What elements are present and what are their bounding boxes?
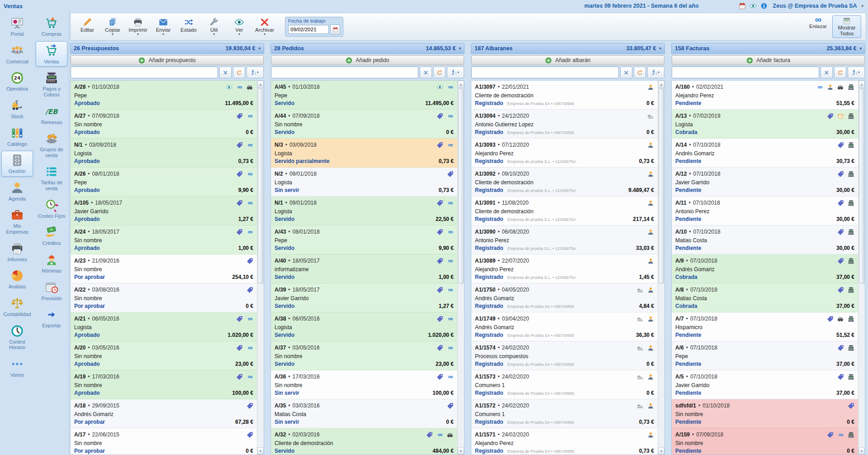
dropdown-caret[interactable]: ▾: [112, 33, 114, 36]
document-card[interactable]: A/26•08/01/2018∞PepeAprobado9,90 €: [71, 168, 257, 196]
nav-item-contabilidad[interactable]: Contabilidad: [1, 294, 33, 320]
document-card[interactable]: A1/3089•22/07/2020Alejandro PerezRegistr…: [471, 254, 658, 283]
document-card[interactable]: A/20•03/05/2016∞Sin nombreAprobado23,00 …: [71, 341, 257, 370]
document-card[interactable]: A1/1750•04/05/2020Andrés GomarizRegistra…: [471, 283, 658, 312]
info-icon[interactable]: [760, 2, 768, 10]
dropdown-caret[interactable]: ▾: [257, 71, 259, 74]
nav-item-stock[interactable]: Stock: [1, 96, 33, 122]
clear-search-button[interactable]: [420, 67, 432, 78]
refresh-button[interactable]: [233, 67, 245, 78]
document-card[interactable]: A/40•18/05/2017∞informatizameServido1,00…: [271, 254, 457, 283]
document-card[interactable]: A/6•07/10/2018PepePendiente37,00 €: [672, 341, 858, 370]
add-factura-button[interactable]: Añadir factura: [672, 55, 865, 65]
document-card[interactable]: A1/3097•22/01/2021Cliente de demostració…: [471, 81, 658, 110]
document-card[interactable]: A/18•29/09/2015Andrés GomarizPor aprobar…: [71, 399, 257, 428]
dropdown-caret[interactable]: ▾: [137, 33, 139, 36]
document-card[interactable]: A/27•07/09/2018∞Sin nombreAprobado0 €: [71, 110, 257, 139]
user-menu[interactable]: Zeus @ Empresa de Prueba SA: [773, 3, 857, 9]
document-card[interactable]: A/35•03/03/2016Matias CostaSin servir0 €: [271, 399, 457, 428]
dropdown-caret[interactable]: ▾: [162, 33, 164, 36]
dropdown-caret[interactable]: ▾: [238, 33, 240, 36]
clear-search-button[interactable]: [821, 67, 833, 78]
document-card[interactable]: A/9•07/10/2018Andrés GomarizCobrada37,00…: [672, 254, 858, 283]
document-card[interactable]: sdfsfd/1•01/10/2018Sin nombrePendiente0 …: [672, 399, 858, 428]
nav-item-remesas[interactable]: /EBRemesas: [36, 102, 67, 128]
document-card[interactable]: A/38•06/05/2016∞LogistaServido1.020,00 €: [271, 312, 457, 341]
document-card[interactable]: A/23•21/09/2016Sin nombrePor aprobar254,…: [71, 254, 257, 283]
scrollbar-thumb[interactable]: [659, 88, 664, 283]
document-card[interactable]: A/5•07/10/2018Javier GarridoPendiente37,…: [672, 370, 858, 399]
search-input[interactable]: [271, 67, 418, 78]
toolbar-enviar-button[interactable]: Enviar▾: [151, 16, 175, 37]
document-card[interactable]: A/28•01/10/2018∞PepeAprobado11.495,00 €: [71, 81, 257, 110]
scrollbar-thumb[interactable]: [859, 88, 864, 283]
document-card[interactable]: A/14•07/10/2018Andrés GomarizPendiente30…: [672, 139, 858, 168]
scroll-down-button[interactable]: ▼: [859, 447, 865, 455]
scroll-down-button[interactable]: ▼: [458, 447, 464, 455]
document-card[interactable]: A/21•06/05/2016∞LogistaAprobado1.020,00 …: [71, 312, 257, 341]
document-card[interactable]: A/17•22/06/2015Sin nombrePor aprobar0 €: [71, 428, 257, 455]
scroll-down-button[interactable]: ▼: [658, 447, 664, 455]
nav-item-informes[interactable]: Informes: [1, 239, 33, 265]
document-card[interactable]: A/45•01/10/2018∞PepeServido11.495,00 €: [271, 81, 457, 110]
toolbar-estado-button[interactable]: Estado: [176, 16, 201, 37]
document-card[interactable]: A/24•18/05/2017∞Sin nombreAprobado1,00 €: [71, 225, 257, 254]
link-button[interactable]: ∞ Enlazar: [809, 15, 827, 29]
nav-item-comercial[interactable]: Comercial: [1, 41, 33, 67]
scroll-up-button[interactable]: ▲: [257, 81, 264, 88]
refresh-button[interactable]: [834, 67, 846, 78]
search-input[interactable]: [672, 67, 819, 78]
scroll-down-button[interactable]: ▼: [257, 447, 264, 455]
nav-item-analisis[interactable]: Análisis: [1, 266, 33, 292]
document-card[interactable]: A/37•03/05/2016∞Sin nombreServido23,00 €: [271, 341, 457, 370]
scroll-up-button[interactable]: ▲: [458, 81, 464, 88]
document-card[interactable]: A/36•17/03/2016∞Sin nombreSin servir100,…: [271, 370, 457, 399]
show-all-button[interactable]: Mostrar Todos: [832, 15, 861, 38]
document-card[interactable]: A1/1573•24/02/2020Comunero 1RegistradoEm…: [471, 370, 658, 399]
document-card[interactable]: A/44•07/09/2018∞Sin nombreServido0 €: [271, 110, 457, 139]
document-card[interactable]: A/22•03/08/2016Sin nombrePor aprobar0 €: [71, 283, 257, 312]
nav-item-tarifas-de-venta[interactable]: Tarifas de venta: [36, 162, 67, 193]
document-card[interactable]: N/3•03/09/2018∞LogistaServido parcialmen…: [271, 139, 457, 168]
document-card[interactable]: N/1•03/09/2018∞LogistaAprobado0,73 €: [71, 139, 257, 168]
document-card[interactable]: A/11•07/10/2018Antonio PerezPendiente30,…: [672, 196, 858, 225]
nav-item-control-horario[interactable]: Control Horario: [1, 321, 33, 353]
clear-search-button[interactable]: [620, 67, 632, 78]
document-card[interactable]: A/13•07/02/2019LogistaCobrada30,00 €: [672, 110, 858, 139]
nav-item-ventas[interactable]: Ventas: [36, 41, 67, 67]
document-card[interactable]: A/12•07/10/2018Javier GarridoPendiente30…: [672, 168, 858, 196]
eye-icon[interactable]: [749, 2, 757, 10]
nav-item-creditos[interactable]: Créditos: [36, 223, 67, 249]
sort-button[interactable]: AZ↓▾: [848, 67, 865, 78]
nav-item-agenda[interactable]: Agenda: [1, 178, 33, 204]
add-albarane-button[interactable]: Añadir albarán: [471, 55, 664, 65]
column-menu-caret[interactable]: ▾: [459, 46, 461, 51]
document-card[interactable]: A/8•07/10/2018Matias CostaCobrada37,00 €: [672, 283, 858, 312]
document-card[interactable]: A/105•18/05/2017∞Javier GarridoAprobado1…: [71, 196, 257, 225]
document-card[interactable]: A1/3092•09/10/2020Cliente de demostració…: [471, 168, 658, 196]
sort-button[interactable]: AZ↓▾: [447, 67, 464, 78]
sort-button[interactable]: AZ↓▾: [247, 67, 264, 78]
add-presupuesto-button[interactable]: Añadir presupuesto: [71, 55, 264, 65]
nav-item-mis-empresas[interactable]: Mis Empresas: [1, 206, 33, 237]
nav-item-exportar[interactable]: Exportar: [36, 305, 67, 331]
nav-item-grupos-de-venta[interactable]: Grupos de venta: [36, 129, 67, 160]
search-input[interactable]: [71, 67, 218, 78]
toolbar-copiar-button[interactable]: Copiar▾: [100, 16, 125, 37]
user-menu-caret[interactable]: ▾: [861, 4, 863, 8]
nav-item-portal[interactable]: Portal: [1, 14, 33, 39]
document-card[interactable]: A/7•07/10/2018HispamicroPendiente51,52 €: [672, 312, 858, 341]
scroll-up-button[interactable]: ▲: [859, 81, 865, 88]
nav-item-operativa[interactable]: 24Operativa: [1, 68, 33, 94]
scrollbar-thumb[interactable]: [458, 88, 464, 283]
dropdown-caret[interactable]: ▾: [858, 71, 860, 74]
nav-item-gestion[interactable]: Gestión: [1, 151, 33, 177]
dropdown-caret[interactable]: ▾: [264, 33, 266, 36]
column-menu-caret[interactable]: ▾: [859, 46, 862, 51]
clear-search-button[interactable]: [219, 67, 232, 78]
scroll-up-button[interactable]: ▲: [658, 81, 664, 88]
toolbar-imprimir-button[interactable]: Imprimir▾: [126, 16, 150, 37]
refresh-button[interactable]: [634, 67, 646, 78]
calendar-icon[interactable]: [739, 2, 746, 10]
dropdown-caret[interactable]: ▾: [457, 71, 459, 74]
